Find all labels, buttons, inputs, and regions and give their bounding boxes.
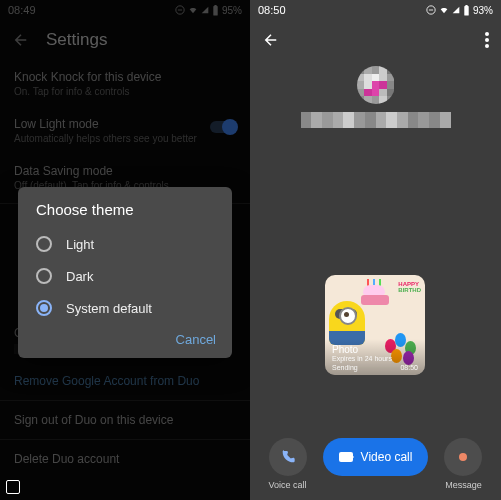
svg-point-8 [485,32,489,36]
phone-icon [280,449,296,465]
card-expires: Expires in 24 hours [332,355,418,362]
cake-illustration [361,279,389,305]
radio-unchecked-icon [36,268,52,284]
back-icon[interactable] [262,31,280,49]
happy-birthday-text: HAPPYBIRTHD [398,281,421,293]
svg-point-9 [485,38,489,42]
contact-screen: 08:50 93% HAPPYBIRTHD Photo E [250,0,501,500]
voice-call-button[interactable] [269,438,307,476]
message-button[interactable] [444,438,482,476]
option-label: Light [66,237,94,252]
card-status: Sending [332,364,358,371]
video-call-button[interactable]: Video call [323,438,429,476]
option-label: Dark [66,269,93,284]
radio-checked-icon [36,300,52,316]
action-bar: Voice call Video call Message [250,438,501,490]
svg-point-10 [485,44,489,48]
battery-icon [463,5,470,16]
photo-card[interactable]: HAPPYBIRTHD Photo Expires in 24 hours Se… [325,275,425,375]
video-icon [339,452,353,462]
option-label: System default [66,301,152,316]
card-time: 08:50 [400,364,418,371]
battery-pct: 93% [473,5,493,16]
video-call-label: Video call [361,450,413,464]
radio-unchecked-icon [36,236,52,252]
svg-rect-6 [464,6,468,15]
theme-option-dark[interactable]: Dark [18,260,232,292]
theme-option-light[interactable]: Light [18,228,232,260]
card-title: Photo [332,344,418,355]
theme-option-system-default[interactable]: System default [18,292,232,324]
status-bar: 08:50 93% [250,0,501,20]
contact-header [250,20,501,60]
avatar [357,66,395,104]
recents-icon[interactable] [6,480,20,494]
action-label: Voice call [269,480,307,490]
wifi-icon [439,5,449,15]
dialog-title: Choose theme [18,201,232,228]
card-info: Photo Expires in 24 hours Sending 08:50 [325,339,425,375]
more-icon[interactable] [485,32,489,48]
svg-rect-7 [465,5,467,6]
theme-dialog: Choose theme Light Dark System default C… [18,187,232,358]
voice-call-action: Voice call [269,438,307,490]
settings-screen: 08:49 95% Settings Knock Knock for this … [0,0,250,500]
contact-name-redacted [301,112,451,128]
signal-icon [452,5,460,15]
dnd-icon [426,5,436,15]
status-icons: 93% [426,5,493,16]
clock: 08:50 [258,4,286,16]
cancel-button[interactable]: Cancel [176,332,216,347]
message-action: Message [444,438,482,490]
action-label: Message [445,480,482,490]
